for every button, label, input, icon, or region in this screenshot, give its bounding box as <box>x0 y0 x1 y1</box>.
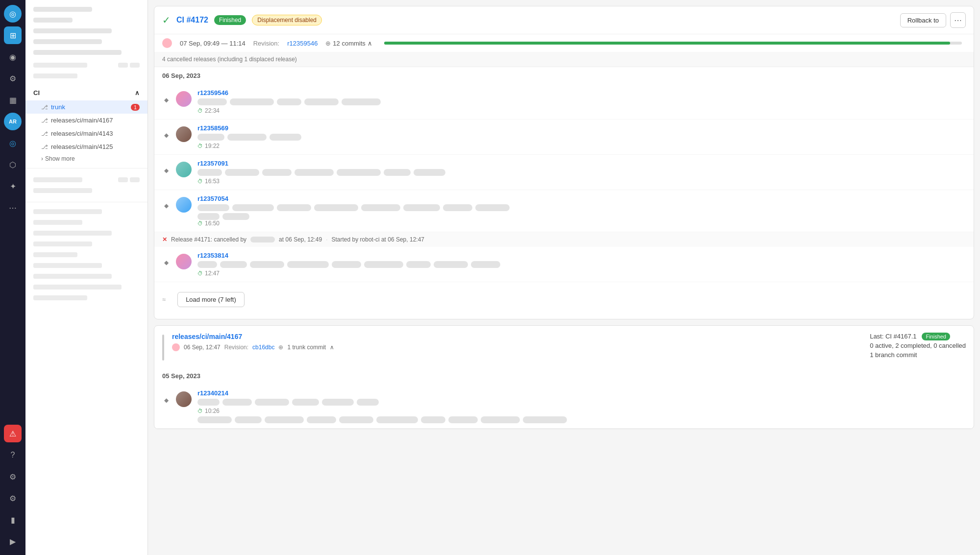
sidebar-blurred-bot-9 <box>25 271 147 282</box>
sidebar-bug-icon[interactable]: ⚙ <box>4 70 22 87</box>
blurred-pill <box>262 169 292 176</box>
ci-meta-row: 07 Sep, 09:49 — 11:14 Revision: r1235954… <box>154 34 974 48</box>
commit-info-1: r12359546 ⏱ 22:34 <box>197 89 966 114</box>
sidebar-blurred-top-1 <box>25 4 147 15</box>
commit-hash-1[interactable]: r12359546 <box>197 89 966 97</box>
sidebar-grid-icon[interactable]: ⊞ <box>4 26 22 44</box>
blurred-pill <box>230 98 274 105</box>
show-more-button[interactable]: › Show more <box>25 153 147 164</box>
ci-author-avatar <box>162 38 172 48</box>
more-button[interactable]: ⋯ <box>950 12 966 28</box>
sidebar-logo[interactable]: ◎ <box>4 5 22 23</box>
commit-desc-3 <box>197 169 966 176</box>
commit-dot-icon-5: ◆ <box>162 259 170 266</box>
commit-hash-5[interactable]: r12353814 <box>197 252 966 259</box>
ci-date-time: 07 Sep, 09:49 — 11:14 <box>180 40 245 47</box>
blurred-pill <box>255 399 289 406</box>
blurred-pill <box>314 204 358 211</box>
sidebar-settings-icon[interactable]: ⚙ <box>4 468 22 485</box>
sidebar-puzzle-icon[interactable]: ⬡ <box>4 156 22 173</box>
blurred-pill <box>227 134 267 141</box>
commit-hash-4[interactable]: r12357054 <box>197 195 966 202</box>
blurred-pill <box>235 416 262 423</box>
commit-time-5: ⏱ 12:47 <box>197 270 966 277</box>
commit-avatar-6 <box>176 391 192 407</box>
blurred-pill <box>332 261 361 268</box>
blurred-pill <box>322 399 354 406</box>
trunk-commit-icon: ⊕ <box>278 344 283 351</box>
commit-hash-6[interactable]: r12340214 <box>197 389 966 397</box>
blurred-pill <box>339 416 373 423</box>
sidebar-shield-icon[interactable]: ◉ <box>4 48 22 66</box>
commit-info-4: r12357054 ⏱ 16:50 <box>197 195 966 227</box>
branch-icon-3: ⎇ <box>41 130 48 137</box>
revision-label: Revision: <box>253 40 279 47</box>
sidebar-table-icon[interactable]: ▦ <box>4 91 22 109</box>
trunk-badge: 1 <box>131 104 140 111</box>
date-section-06sep: 06 Sep, 2023 <box>154 67 974 84</box>
sidebar-blurred-bot-3 <box>25 206 147 217</box>
commit-desc-2 <box>197 134 966 141</box>
sidebar-blurred-bot-5 <box>25 228 147 239</box>
sidebar-avatar[interactable]: AR <box>4 113 22 130</box>
revision-link[interactable]: r12359546 <box>287 40 318 47</box>
blurred-pill <box>376 416 418 423</box>
ci-success-icon: ✓ <box>162 14 171 26</box>
sidebar-star-icon[interactable]: ✦ <box>4 177 22 195</box>
commits-icon: ⊕ <box>325 40 331 47</box>
blurred-pill <box>364 261 403 268</box>
sidebar-ci-group: CI ∧ <box>25 85 147 100</box>
sidebar-item-releases-4143[interactable]: ⎇ releases/ci/main/4143 <box>25 127 147 140</box>
clock-icon-3: ⏱ <box>197 178 203 184</box>
progress-bar-fill <box>384 42 951 45</box>
blurred-pill <box>197 98 227 105</box>
sidebar-dots-icon[interactable]: ⋯ <box>4 199 22 217</box>
rollback-button[interactable]: Rollback to <box>900 13 946 27</box>
sidebar-help-icon[interactable]: ? <box>4 446 22 464</box>
last-ci-label: Last: CI #4167.1 <box>870 333 916 340</box>
clock-icon-4: ⏱ <box>197 220 203 226</box>
releases-title[interactable]: releases/ci/main/4167 <box>172 333 862 340</box>
branch-line <box>162 335 164 361</box>
blurred-pill <box>232 204 274 211</box>
blurred-pill <box>384 169 411 176</box>
blurred-pill <box>443 204 472 211</box>
releases-header: releases/ci/main/4167 06 Sep, 12:47 Revi… <box>154 326 974 367</box>
releases-revision-label: Revision: <box>224 344 248 351</box>
commit-hash-3[interactable]: r12357091 <box>197 160 966 167</box>
sidebar-play-icon[interactable]: ▶ <box>4 532 22 550</box>
commits-chevron[interactable]: ∧ <box>368 40 372 47</box>
sidebar-blurred-bot-6 <box>25 239 147 249</box>
sidebar-item-trunk[interactable]: ⎇ trunk 1 <box>25 100 147 114</box>
load-more-button[interactable]: Load more (7 left) <box>177 292 245 307</box>
blurred-user <box>250 237 275 242</box>
commit-hash-2[interactable]: r12358569 <box>197 124 966 132</box>
sidebar-blurred-bot-7 <box>25 249 147 260</box>
blurred-pill <box>197 169 222 176</box>
commit-row-r12357091: ◆ r12357091 ⏱ 16:53 <box>154 155 974 190</box>
blurred-pill <box>357 399 379 406</box>
sidebar-ci-collapse-icon[interactable]: ∧ <box>135 89 140 97</box>
releases-revision-link[interactable]: cb16dbc <box>252 344 274 351</box>
sidebar-terminal-icon[interactable]: ▮ <box>4 511 22 529</box>
releases-active-text: 0 active, 2 completed, 0 cancelled <box>870 342 966 349</box>
commit-row-r12359546: ◆ r12359546 ⏱ 22:34 <box>154 84 974 120</box>
clock-icon-5: ⏱ <box>197 270 203 276</box>
sidebar-blurred-top-4 <box>25 36 147 47</box>
commit-info-2: r12358569 ⏱ 19:22 <box>197 124 966 149</box>
ci-card-header: ✓ CI #4172 Finished Displacement disable… <box>154 6 974 34</box>
ci-title[interactable]: CI #4172 <box>176 16 208 24</box>
started-text: Started by robot-ci at 06 Sep, 12:47 <box>332 236 424 243</box>
sidebar-alert-icon[interactable]: ⚠ <box>4 425 22 442</box>
sidebar-settings2-icon[interactable]: ⚙ <box>4 489 22 507</box>
trunk-commit-label: 1 trunk commit <box>287 344 326 351</box>
sidebar-item-releases-4167[interactable]: ⎇ releases/ci/main/4167 <box>25 114 147 127</box>
commit-row-r12357054: ◆ r12357054 ⏱ <box>154 190 974 232</box>
commit-info-5: r12353814 ⏱ 12:47 <box>197 252 966 277</box>
sidebar-item-releases-4125[interactable]: ⎇ releases/ci/main/4125 <box>25 140 147 153</box>
trunk-commit-chevron[interactable]: ∧ <box>330 344 334 351</box>
blurred-pill <box>222 213 249 220</box>
sidebar-deploy-icon[interactable]: ◎ <box>4 134 22 152</box>
commit-desc-1 <box>197 98 966 105</box>
cancelled-x-icon: ✕ <box>162 236 167 243</box>
